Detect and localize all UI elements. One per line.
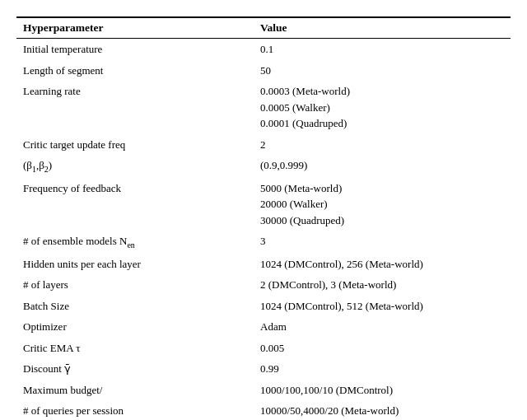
param-label: # of layers — [16, 274, 254, 296]
param-label: # of ensemble models Nen — [16, 231, 254, 254]
param-value: 2 — [254, 134, 511, 156]
table-row: Length of segment 50 — [16, 60, 511, 82]
param-value: Adam — [254, 316, 511, 338]
table-row: Learning rate 0.0003 (Meta-world) 0.0005… — [16, 81, 511, 134]
param-label: Optimizer — [16, 316, 254, 338]
param-label: Hidden units per each layer — [16, 254, 254, 275]
param-label: (β1,β2) — [16, 155, 254, 178]
param-value: 0.99 — [254, 358, 511, 380]
table-row: Frequency of feedback 5000 (Meta-world) … — [16, 178, 511, 231]
param-value: 2 (DMControl), 3 (Meta-world) — [254, 274, 511, 296]
hyperparameter-table: Hyperparameter Value Initial temperature… — [16, 16, 511, 420]
param-label: Length of segment — [16, 60, 254, 82]
table-row: Initial temperature 0.1 — [16, 39, 511, 60]
param-value: 1000/100,100/10 (DMControl) — [254, 380, 511, 401]
param-label: Batch Size — [16, 296, 254, 317]
param-value: 0.0003 (Meta-world) 0.0005 (Walker) 0.00… — [254, 81, 511, 134]
param-value: 0.005 — [254, 338, 511, 359]
param-value: (0.9,0.999) — [254, 155, 511, 178]
table-row: Critic EMA τ 0.005 — [16, 338, 511, 359]
param-value: 0.1 — [254, 39, 511, 60]
param-value: 1024 (DMControl), 256 (Meta-world) — [254, 254, 511, 275]
param-value: 10000/50,4000/20 (Meta-world) 2000/25,40… — [254, 400, 511, 420]
param-value: 50 — [254, 60, 511, 82]
table-row: Discount γ̄ 0.99 — [16, 358, 511, 380]
table-row: Maximum budget/ 1000/100,100/10 (DMContr… — [16, 380, 511, 401]
param-label: # of queries per session — [16, 400, 254, 420]
table-row: # of layers 2 (DMControl), 3 (Meta-world… — [16, 274, 511, 296]
header-value: Value — [254, 17, 511, 39]
param-value: 3 — [254, 231, 511, 254]
table-row: Critic target update freq 2 — [16, 134, 511, 156]
param-label: Initial temperature — [16, 39, 254, 60]
table-row: Optimizer Adam — [16, 316, 511, 338]
param-label: Critic target update freq — [16, 134, 254, 156]
table-header-row: Hyperparameter Value — [16, 17, 511, 39]
table-row: # of queries per session 10000/50,4000/2… — [16, 400, 511, 420]
table-row: (β1,β2) (0.9,0.999) — [16, 155, 511, 178]
param-label: Maximum budget/ — [16, 380, 254, 401]
table-row: # of ensemble models Nen 3 — [16, 231, 511, 254]
param-label: Learning rate — [16, 81, 254, 134]
table-row: Batch Size 1024 (DMControl), 512 (Meta-w… — [16, 296, 511, 317]
header-hyperparameter: Hyperparameter — [16, 17, 254, 39]
param-label: Frequency of feedback — [16, 178, 254, 231]
table-row: Hidden units per each layer 1024 (DMCont… — [16, 254, 511, 275]
param-label: Critic EMA τ — [16, 338, 254, 359]
param-value: 1024 (DMControl), 512 (Meta-world) — [254, 296, 511, 317]
param-label: Discount γ̄ — [16, 358, 254, 380]
param-value: 5000 (Meta-world) 20000 (Walker) 30000 (… — [254, 178, 511, 231]
